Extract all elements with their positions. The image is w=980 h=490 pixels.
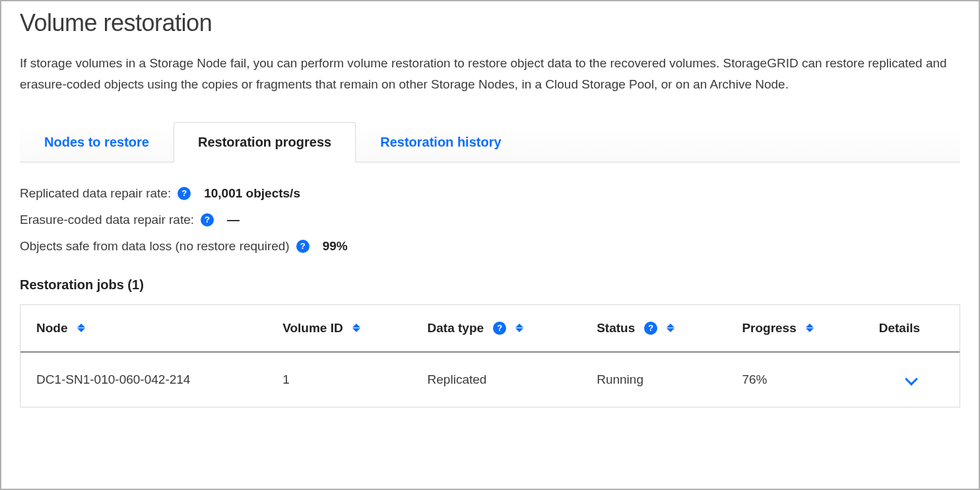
restoration-jobs-table: Node Volume ID Data type ?	[20, 304, 960, 407]
col-header-data-type-label: Data type	[428, 321, 484, 335]
chevron-down-icon[interactable]	[905, 372, 918, 386]
cell-data-type: Replicated	[412, 353, 581, 407]
cell-volume-id: 1	[267, 353, 411, 407]
sort-icon[interactable]	[806, 324, 814, 332]
sort-icon[interactable]	[77, 324, 85, 332]
col-header-data-type[interactable]: Data type ?	[412, 305, 581, 353]
tab-nodes-to-restore[interactable]: Nodes to restore	[20, 122, 174, 162]
stat-objects-safe: Objects safe from data loss (no restore …	[20, 239, 960, 254]
sort-icon[interactable]	[515, 324, 523, 332]
col-header-node[interactable]: Node	[20, 305, 267, 353]
cell-details	[863, 353, 960, 407]
tab-restoration-history[interactable]: Restoration history	[356, 122, 525, 162]
help-icon[interactable]: ?	[493, 322, 506, 335]
col-header-details: Details	[863, 305, 960, 353]
stats-block: Replicated data repair rate: ? 10,001 ob…	[20, 186, 960, 254]
stat-safe-value: 99%	[323, 239, 348, 254]
stat-replicated-value: 10,001 objects/s	[204, 186, 300, 201]
restoration-jobs-heading: Restoration jobs (1)	[20, 277, 960, 293]
page-title: Volume restoration	[20, 9, 960, 37]
stat-erasure-value: —	[227, 213, 240, 227]
col-header-node-label: Node	[36, 321, 68, 335]
col-header-volume-id-label: Volume ID	[282, 321, 343, 335]
stat-replicated-repair-rate: Replicated data repair rate: ? 10,001 ob…	[20, 186, 960, 201]
col-header-status-label: Status	[597, 321, 635, 335]
stat-erasure-repair-rate: Erasure-coded data repair rate: ? —	[20, 213, 960, 227]
help-icon[interactable]: ?	[296, 240, 310, 253]
col-header-progress[interactable]: Progress	[726, 305, 863, 353]
page-description: If storage volumes in a Storage Node fai…	[20, 53, 950, 96]
sort-icon[interactable]	[667, 324, 674, 332]
help-icon[interactable]: ?	[178, 187, 191, 200]
help-icon[interactable]: ?	[201, 213, 214, 227]
cell-progress: 76%	[726, 353, 863, 407]
col-header-details-label: Details	[879, 321, 920, 335]
help-icon[interactable]: ?	[644, 322, 657, 335]
cell-node: DC1-SN1-010-060-042-214	[20, 353, 267, 407]
tab-restoration-progress[interactable]: Restoration progress	[174, 122, 356, 162]
tabs-bar: Nodes to restore Restoration progress Re…	[20, 122, 960, 162]
cell-status: Running	[581, 353, 726, 407]
stat-safe-label: Objects safe from data loss (no restore …	[20, 239, 290, 254]
sort-icon[interactable]	[352, 324, 360, 332]
col-header-progress-label: Progress	[742, 321, 796, 335]
stat-replicated-label: Replicated data repair rate:	[20, 186, 171, 201]
col-header-status[interactable]: Status ?	[581, 305, 726, 353]
stat-erasure-label: Erasure-coded data repair rate:	[20, 213, 194, 227]
table-row: DC1-SN1-010-060-042-214 1 Replicated Run…	[20, 353, 960, 407]
col-header-volume-id[interactable]: Volume ID	[267, 305, 411, 353]
